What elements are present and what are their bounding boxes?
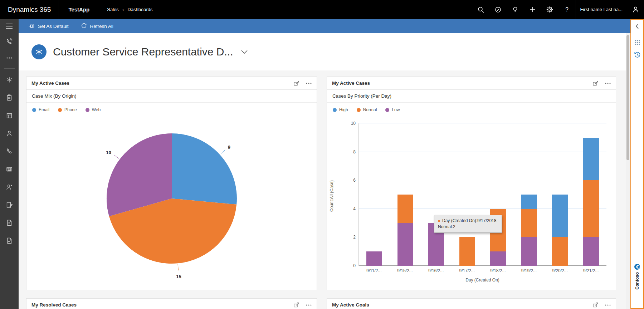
clipboard-icon <box>6 94 13 101</box>
refresh-all-label: Refresh All <box>90 24 113 29</box>
accounts-icon <box>6 112 13 119</box>
sidebar-item-articles[interactable] <box>0 196 19 214</box>
bar-segment-high[interactable] <box>521 195 537 209</box>
dashboard-title-row: Customer Service Representative D... <box>19 33 644 70</box>
more-options-icon[interactable] <box>605 304 611 306</box>
refresh-all-button[interactable]: Refresh All <box>75 19 119 33</box>
bar-segment-normal[interactable] <box>397 195 413 223</box>
bar-segment-low[interactable] <box>366 251 382 266</box>
circle-check-icon[interactable] <box>489 0 507 19</box>
breadcrumb-section[interactable]: Sales <box>107 7 119 12</box>
legend-item: Normal <box>357 107 377 112</box>
bar-segment-high[interactable] <box>583 138 599 180</box>
popout-icon[interactable] <box>593 302 599 308</box>
sidebar-item-activities[interactable] <box>0 89 19 107</box>
main-column: Set As Default Refresh All Customer Serv… <box>19 19 644 309</box>
bar-column[interactable] <box>452 123 483 266</box>
bar-column[interactable] <box>576 123 607 266</box>
more-options-icon[interactable] <box>605 83 611 84</box>
sidebar-item-cases[interactable] <box>0 160 19 178</box>
id-card-icon <box>6 166 13 173</box>
legend-label: Normal <box>363 107 377 112</box>
recent-phone-activity-icon[interactable] <box>0 33 19 50</box>
bar-column[interactable] <box>421 123 452 266</box>
pie-chart[interactable]: 91510 <box>86 118 258 283</box>
sidebar-item-accounts[interactable] <box>0 107 19 124</box>
document-icon <box>6 219 13 226</box>
user-name[interactable]: First name Last na... <box>576 7 627 12</box>
app-name[interactable]: TestApp <box>59 6 99 13</box>
pie-chart-area: 91510 <box>26 117 317 289</box>
document-check-icon <box>6 237 13 244</box>
bar-column[interactable] <box>359 123 390 266</box>
popout-icon[interactable] <box>294 80 299 86</box>
sidebar-item-contacts[interactable] <box>0 124 19 142</box>
popout-icon[interactable] <box>294 302 299 308</box>
vertical-scrollbar-track[interactable] <box>626 33 630 309</box>
bar-column[interactable] <box>390 123 421 266</box>
bar-column[interactable] <box>545 123 576 266</box>
dashboard-selector-chevron-icon[interactable] <box>241 50 248 54</box>
bar-segment-low[interactable] <box>397 223 413 266</box>
legend-swatch <box>58 108 62 112</box>
bar-column[interactable] <box>483 123 514 266</box>
more-options-icon[interactable] <box>306 304 312 306</box>
legend-swatch <box>32 108 36 112</box>
legend-item: Email <box>32 107 49 112</box>
sidebar-item-reports[interactable] <box>0 214 19 232</box>
set-as-default-button[interactable]: Set As Default <box>22 19 75 33</box>
user-avatar-icon[interactable] <box>627 0 644 19</box>
help-icon[interactable]: ? <box>558 0 576 19</box>
card-header: My Active Goals <box>327 299 616 309</box>
contoso-side-tab[interactable]: Contoso <box>634 264 640 290</box>
bar-column[interactable] <box>514 123 545 266</box>
bar-segment-normal[interactable] <box>583 180 599 237</box>
waffle-grid-icon[interactable] <box>635 40 640 45</box>
y-axis-title: Count:All (Case) <box>329 180 334 212</box>
more-ellipsis-icon[interactable] <box>0 50 19 66</box>
lightbulb-icon[interactable] <box>507 0 524 19</box>
hamburger-menu-button[interactable] <box>0 19 19 33</box>
dynamics-365-logo[interactable]: Dynamics 365 <box>0 6 59 14</box>
bar-segment-low[interactable] <box>521 237 537 266</box>
more-options-icon[interactable] <box>306 83 312 84</box>
search-icon[interactable] <box>472 0 489 19</box>
popout-icon[interactable] <box>593 80 599 86</box>
sidebar-item-dashboards[interactable] <box>0 71 19 89</box>
sidebar-item-phone-calls[interactable] <box>0 142 19 160</box>
bar-segment-normal[interactable] <box>459 237 475 266</box>
legend-swatch <box>86 108 89 112</box>
right-reference-panel: Contoso <box>630 19 644 309</box>
x-axis-title: Day (Created On) <box>358 278 606 283</box>
bar-segment-high[interactable] <box>552 195 568 237</box>
bar-segment-normal[interactable] <box>521 209 537 237</box>
card-header: My Resolved Cases <box>26 299 317 309</box>
card-title: My Active Cases <box>332 80 370 86</box>
document-pencil-icon <box>6 201 13 209</box>
x-labels: 9/11/2...9/15/2...9/16/2...9/17/2...9/18… <box>358 268 606 273</box>
settings-gear-icon[interactable] <box>541 0 558 19</box>
collapse-panel-button[interactable] <box>631 20 643 33</box>
sidebar-item-goals[interactable] <box>0 232 19 250</box>
chart-subtitle: Case Mix (By Origin) <box>26 90 317 103</box>
bar-segment-low[interactable] <box>583 237 599 266</box>
legend-item: Low <box>385 107 400 112</box>
y-tick-label: 2 <box>353 235 356 240</box>
pie-slice-email[interactable] <box>172 133 237 205</box>
card-title: My Active Goals <box>332 302 369 308</box>
contoso-logo-icon <box>634 264 640 270</box>
pie-label-leader-line <box>178 264 179 270</box>
breadcrumb-page[interactable]: Dashboards <box>127 7 152 12</box>
bar-segment-normal[interactable] <box>552 237 568 266</box>
command-bar: Set As Default Refresh All <box>19 19 644 33</box>
refresh-icon <box>81 23 87 29</box>
bar-columns <box>359 123 606 266</box>
bar-segment-low[interactable] <box>490 251 506 266</box>
bar-plot: Day (Created On):9/17/2018 Normal:2 0246… <box>358 123 606 266</box>
top-navigation-bar: Dynamics 365 TestApp Sales › Dashboards <box>0 0 644 19</box>
quick-create-plus-icon[interactable] <box>524 0 541 19</box>
recently-viewed-history-icon[interactable] <box>634 52 641 58</box>
bar-chart-area: Count:All (Case) Day (Created On):9/17/2… <box>327 117 616 289</box>
vertical-scrollbar-thumb[interactable] <box>626 35 629 160</box>
sidebar-item-social-profiles[interactable] <box>0 178 19 196</box>
